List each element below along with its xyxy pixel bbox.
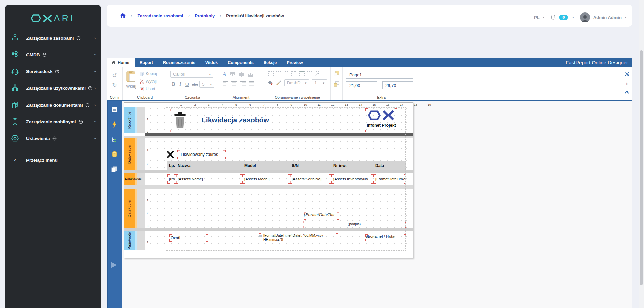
sidebar-item-settings[interactable]: Ustawienia› <box>5 130 101 147</box>
font-color-button[interactable]: A <box>223 71 226 77</box>
sidebar-item-cmdb[interactable]: CMDB› <box>5 46 101 63</box>
align-middle-icon[interactable] <box>239 72 245 77</box>
page-width-input[interactable] <box>346 81 377 89</box>
page-height-input[interactable] <box>382 81 413 89</box>
border-outside-icon[interactable] <box>276 71 281 76</box>
sidebar-item-assets[interactable]: Zarządzanie zasobami› <box>5 29 101 46</box>
notification-badge[interactable]: 0 <box>559 15 568 20</box>
sidebar-item-servicedesk[interactable]: Servicedesk› <box>5 63 101 80</box>
table-header-cell[interactable]: Model <box>243 161 290 170</box>
table-data-cell[interactable]: [Assets.Model] <box>243 174 290 184</box>
align-left-icon[interactable] <box>223 81 228 86</box>
language-selector[interactable]: PL <box>534 15 540 20</box>
delete-range-icon[interactable] <box>167 151 174 158</box>
align-right-icon[interactable] <box>240 81 246 86</box>
breadcrumb-link-protocols[interactable]: Protokoły <box>195 13 215 18</box>
fill-color-icon[interactable] <box>268 80 273 86</box>
properties-icon[interactable] <box>111 106 118 112</box>
avatar[interactable] <box>580 12 590 22</box>
range-label-object[interactable]: Likwidowany zakres <box>177 150 226 159</box>
run-report-icon[interactable] <box>109 261 117 269</box>
sidebar-item-documents[interactable]: Zarządzanie dokumentami› <box>5 97 101 113</box>
align-bottom-icon[interactable] <box>248 72 254 77</box>
redo-button[interactable]: ↻ <box>110 82 119 88</box>
delete-button[interactable]: Usuń <box>140 87 157 91</box>
brush-icon[interactable] <box>276 80 282 86</box>
report-tree-icon[interactable] <box>111 136 117 142</box>
align-justify-icon[interactable] <box>249 81 254 86</box>
table-header-cell[interactable]: Data <box>374 161 406 170</box>
tab-raport[interactable]: Raport <box>135 58 158 67</box>
border-top-icon[interactable] <box>299 71 305 76</box>
table-header-cell[interactable]: Nr inw. <box>332 161 374 170</box>
bell-icon[interactable] <box>550 14 556 20</box>
footer-page-number-object[interactable]: Strona: je] / [Tota <box>365 234 406 241</box>
border-all-icon[interactable] <box>268 71 274 76</box>
strikethrough-button[interactable]: abc <box>191 82 199 86</box>
band-rail-data-assets[interactable]: DataAssets <box>124 173 149 185</box>
sidebar-toggle-menu[interactable]: ‹ Przełącz menu <box>5 151 101 168</box>
breadcrumb-link-assets[interactable]: Zarządzanie zasobami <box>137 13 183 18</box>
dash-style-select[interactable]: DashD ▾ <box>284 79 309 86</box>
data-source-icon[interactable] <box>111 151 118 158</box>
band-separator[interactable] <box>124 228 413 231</box>
band-separator[interactable] <box>145 133 413 136</box>
table-header-cell[interactable]: S/N <box>290 161 332 170</box>
band-separator[interactable] <box>124 170 413 173</box>
chevron-down-icon[interactable]: ▾ <box>572 16 574 19</box>
bring-to-front-icon[interactable] <box>334 71 340 76</box>
pages-icon[interactable] <box>111 166 117 172</box>
border-right-icon[interactable] <box>291 71 297 76</box>
tab-home[interactable]: Home <box>107 58 135 67</box>
band-rail-data-footer[interactable]: DataFooter 123 <box>124 189 149 228</box>
border-left-icon[interactable] <box>284 71 289 76</box>
band-rail-page-footer[interactable]: PageFooter 1 <box>124 231 149 250</box>
tab-sekcje[interactable]: Sekcje <box>259 58 282 67</box>
align-center-icon[interactable] <box>231 81 237 86</box>
font-size-select[interactable]: 5 ▾ <box>199 81 214 88</box>
table-header-cell[interactable]: Lp. <box>167 161 176 170</box>
underline-button[interactable]: U <box>184 82 190 87</box>
sidebar-item-users[interactable]: Zarządzanie użytkownikami› <box>5 80 101 97</box>
band-separator[interactable] <box>124 185 413 189</box>
company-logo-object[interactable]: Infonet Projekt <box>365 108 397 132</box>
paste-button[interactable]: Wklej <box>126 71 136 94</box>
chevron-down-icon[interactable]: ▾ <box>625 16 627 19</box>
collapse-ribbon-icon[interactable] <box>625 91 629 94</box>
home-icon[interactable] <box>120 13 126 18</box>
info-icon[interactable]: i <box>626 81 627 86</box>
fullscreen-icon[interactable] <box>624 71 629 76</box>
tab-preview[interactable]: Preview <box>282 58 308 67</box>
bold-button[interactable]: B <box>170 82 177 87</box>
footer-left-object[interactable]: Oxari <box>169 234 208 242</box>
send-to-back-icon[interactable] <box>334 81 340 87</box>
font-family-select[interactable]: Calibri ▾ <box>170 71 213 78</box>
table-data-cell[interactable]: [Assets.SerialNo] <box>290 174 332 184</box>
cut-button[interactable]: Wytnij <box>140 79 157 84</box>
tab-rozmieszczenie[interactable]: Rozmieszczenie <box>158 58 200 67</box>
line-width-select[interactable]: 1 ▾ <box>312 79 327 86</box>
undo-button[interactable]: ↺ <box>110 73 119 78</box>
events-icon[interactable] <box>112 121 117 128</box>
sidebar-item-mobile[interactable]: Zarządzanie mobilnymi› <box>5 113 101 130</box>
align-top-icon[interactable] <box>230 72 235 77</box>
page-name-input[interactable] <box>346 71 413 79</box>
table-data-cell[interactable]: [Ro <box>167 174 176 184</box>
band-rail-report-title[interactable]: ReportTitle 12 <box>124 107 149 133</box>
tab-components[interactable]: Components <box>223 58 258 67</box>
copy-button[interactable]: Kopiuj <box>140 71 157 76</box>
table-header-cell[interactable]: Nazwa <box>176 161 243 170</box>
border-style-icon[interactable] <box>315 71 320 76</box>
signature-date-object[interactable]: [FormatDateTim <box>304 212 339 220</box>
italic-button[interactable]: I <box>177 82 183 87</box>
chevron-down-icon[interactable]: ▾ <box>543 16 545 19</box>
table-data-cell[interactable]: [FormatDateTime <box>374 174 406 184</box>
border-bottom-icon[interactable] <box>307 71 312 76</box>
scrollbar-thumb[interactable] <box>640 50 643 285</box>
signature-label-object[interactable]: (podpis) <box>303 221 406 228</box>
band-rail-data-header[interactable]: DataHeader 12 <box>124 138 149 170</box>
footer-datetime-object[interactable]: ▤ [FormatDateTime([Date], "dd.MM.yyyy HH… <box>259 233 338 243</box>
trash-image-object[interactable] <box>170 109 190 132</box>
table-data-cell[interactable]: [Assets.InventoryNo <box>332 174 374 184</box>
table-data-cell[interactable]: [Assets.Name] <box>176 174 243 184</box>
